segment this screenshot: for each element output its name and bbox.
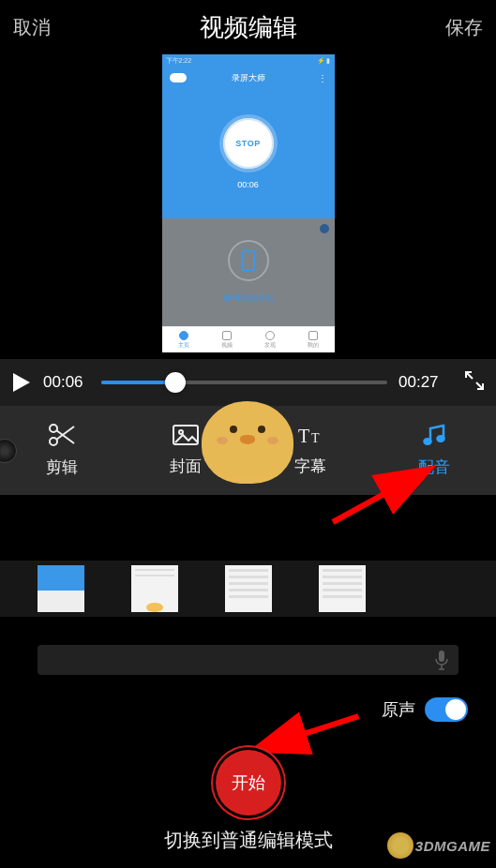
svg-text:T: T	[298, 426, 309, 446]
page-title: 视频编辑	[200, 11, 297, 44]
audio-track[interactable]	[38, 645, 458, 675]
timeline-thumb[interactable]	[319, 565, 366, 612]
video-preview[interactable]: 下午2:22 ⚡ ▮ 录屏大师 ⋮ STOP 00:06 使用游戏录制 主页 视…	[0, 54, 496, 359]
microphone-icon	[434, 650, 449, 670]
timeline-thumb[interactable]	[225, 565, 272, 612]
watermark-text: 3DMGAME	[415, 838, 490, 854]
svg-rect-15	[439, 651, 444, 662]
gray-text: 使用游戏录制	[223, 292, 274, 305]
stop-circle: STOP	[223, 118, 274, 169]
svg-text:T: T	[311, 431, 320, 445]
save-button[interactable]: 保存	[445, 15, 483, 40]
svg-marker-0	[13, 373, 30, 392]
phone-mockup: 下午2:22 ⚡ ▮ 录屏大师 ⋮ STOP 00:06 使用游戏录制 主页 视…	[162, 54, 335, 352]
cancel-button[interactable]: 取消	[13, 15, 51, 40]
progress-thumb[interactable]	[165, 372, 186, 393]
tab-dub[interactable]: 配音	[372, 406, 496, 495]
record-time: 00:06	[237, 180, 259, 189]
play-button[interactable]	[11, 371, 32, 394]
tab-dub-label: 配音	[418, 456, 450, 478]
timeline[interactable]	[0, 561, 496, 617]
device-circle	[228, 240, 269, 281]
svg-point-10	[437, 436, 443, 441]
phone-status-icons: ⚡ ▮	[317, 57, 331, 65]
watermark: 3DMGAME	[387, 832, 490, 859]
start-button[interactable]: 开始	[216, 750, 281, 816]
phone-pill	[170, 73, 187, 82]
original-sound-toggle[interactable]	[425, 697, 468, 722]
svg-point-9	[424, 439, 430, 444]
music-icon	[421, 423, 447, 447]
text-icon: T T	[296, 424, 324, 446]
original-sound-label: 原声	[382, 698, 415, 721]
phone-app-title: 录屏大师	[232, 72, 265, 84]
phone-status-time: 下午2:22	[166, 56, 192, 66]
tab-edit-label: 剪辑	[46, 456, 78, 478]
image-icon	[172, 424, 200, 446]
tab-cover-label: 封面	[170, 456, 202, 477]
fullscreen-icon[interactable]	[464, 370, 485, 395]
tab-subtitle[interactable]: T T 字幕	[248, 406, 372, 495]
timeline-thumb[interactable]	[131, 565, 178, 612]
tab-edit[interactable]: 剪辑	[0, 406, 124, 495]
progress-bar[interactable]	[101, 381, 387, 384]
svg-point-6	[179, 430, 183, 434]
duration: 00:27	[398, 373, 445, 392]
start-button-label: 开始	[232, 771, 265, 794]
current-time: 00:06	[43, 373, 90, 392]
tab-cover[interactable]: 封面	[124, 406, 248, 495]
scissors-icon	[48, 423, 76, 447]
timeline-thumb[interactable]	[38, 565, 84, 612]
watermark-logo-icon	[387, 832, 413, 859]
indicator-dot	[320, 224, 329, 233]
phone-wifi-icon: ⋮	[318, 73, 327, 83]
tab-subtitle-label: 字幕	[294, 456, 326, 477]
phone-tabs: 主页 视频 发现 我的	[162, 326, 335, 352]
